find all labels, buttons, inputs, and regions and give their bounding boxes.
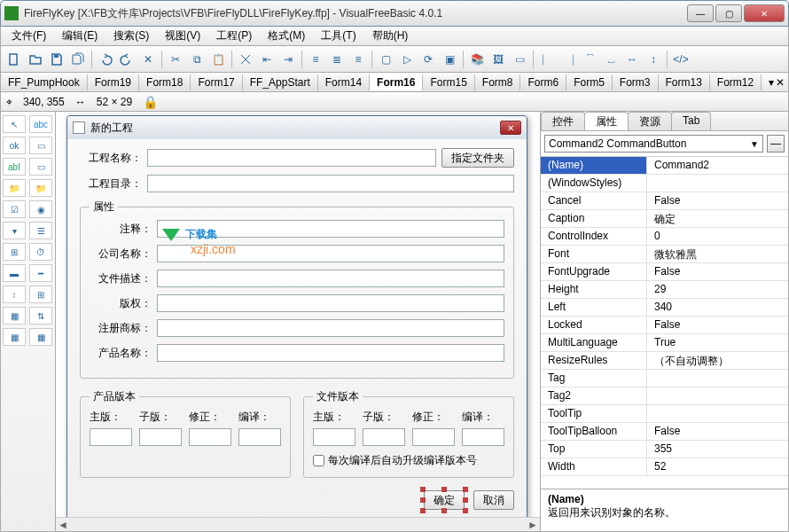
doc-tab[interactable]: FF_PumpHook — [1, 74, 88, 90]
window-icon[interactable]: ▭ — [510, 50, 529, 69]
property-value[interactable] — [647, 370, 788, 387]
doc-tab[interactable]: Form18 — [139, 74, 191, 90]
product-version-input[interactable] — [189, 428, 231, 446]
cancel-button[interactable]: 取消 — [473, 490, 514, 510]
menu-item[interactable]: 帮助(H) — [365, 27, 416, 45]
al2-icon[interactable]: ⎹ — [559, 50, 578, 69]
progress-tool-icon[interactable]: ▬ — [3, 264, 26, 282]
rect-tool-icon[interactable]: ▭ — [29, 158, 52, 176]
box-icon[interactable]: ▢ — [376, 50, 395, 69]
property-row[interactable]: Width52 — [541, 458, 788, 476]
auto-upgrade-checkbox[interactable] — [313, 455, 324, 466]
frame-tool-icon[interactable]: ▭ — [29, 137, 52, 154]
property-row[interactable]: (Name)Command2 — [541, 157, 788, 175]
browse-folder-button[interactable]: 指定文件夹 — [441, 148, 514, 168]
property-value[interactable]: Command2 — [647, 157, 788, 174]
doc-tab[interactable]: Form12 — [710, 74, 762, 90]
property-row[interactable]: LockedFalse — [541, 317, 788, 334]
file-version-input[interactable] — [462, 428, 504, 446]
input-filedesc[interactable] — [157, 270, 504, 287]
doc-tab[interactable]: FF_AppStart — [243, 74, 318, 90]
property-value[interactable]: 29 — [647, 281, 788, 298]
input-product[interactable] — [157, 344, 504, 362]
menu-item[interactable]: 文件(F) — [4, 27, 53, 45]
property-row[interactable]: CancelFalse — [541, 192, 788, 210]
textbox-tool-icon[interactable]: abI — [3, 158, 26, 176]
property-grid[interactable]: (Name)Command2(WindowStyles)CancelFalseC… — [541, 157, 788, 489]
file-version-input[interactable] — [412, 428, 455, 446]
dialog-titlebar[interactable]: 新的工程 ✕ — [67, 116, 527, 139]
property-row[interactable]: ControlIndex0 — [541, 228, 788, 246]
property-value[interactable] — [647, 175, 788, 192]
menu-item[interactable]: 工具(T) — [314, 27, 363, 45]
open-icon[interactable] — [26, 50, 45, 69]
timer-tool-icon[interactable]: ⏱ — [29, 243, 52, 261]
property-value[interactable]: False — [647, 263, 788, 280]
file-version-input[interactable] — [313, 428, 355, 446]
lock-icon[interactable]: 🔒 — [143, 95, 158, 109]
property-value[interactable] — [647, 405, 788, 422]
tabs-dropdown-icon[interactable]: ▾ — [769, 76, 774, 89]
al3-icon[interactable]: ⎴ — [580, 50, 599, 69]
combo-tool-icon[interactable]: ▾ — [3, 222, 26, 239]
doc-tab[interactable]: Form14 — [318, 74, 370, 90]
designer-dialog[interactable]: 新的工程 ✕ 工程名称： 指定文件夹 工程目录： 属性 注释： 公司名称： 文件… — [66, 115, 527, 523]
design-surface[interactable]: 新的工程 ✕ 工程名称： 指定文件夹 工程目录： 属性 注释： 公司名称： 文件… — [56, 112, 540, 531]
redo-icon[interactable] — [117, 50, 137, 69]
grid-tool-icon[interactable]: ▦ — [3, 307, 26, 325]
input-comment[interactable] — [157, 220, 504, 238]
step-icon[interactable]: ⟳ — [418, 50, 438, 69]
property-value[interactable]: 微软雅黑 — [647, 246, 788, 262]
book-icon[interactable]: 📚 — [467, 50, 487, 69]
doc-tab[interactable]: Form15 — [423, 74, 474, 90]
save-icon[interactable] — [47, 50, 66, 69]
property-row[interactable]: Height29 — [541, 281, 788, 299]
property-row[interactable]: Font微软雅黑 — [541, 246, 788, 263]
folder2-tool-icon[interactable]: 📁 — [29, 179, 52, 197]
button-tool-icon[interactable]: ok — [3, 137, 26, 154]
doc-tab[interactable]: Form17 — [191, 74, 242, 90]
file-version-input[interactable] — [363, 428, 405, 446]
input-company[interactable] — [157, 245, 504, 262]
pointer-tool-icon[interactable]: ↖ — [3, 115, 26, 133]
doc-tab[interactable]: Form8 — [475, 74, 521, 90]
save-all-icon[interactable] — [68, 50, 88, 69]
menu-item[interactable]: 视图(V) — [158, 27, 207, 45]
align-left-icon[interactable]: ≡ — [306, 50, 325, 69]
align-right-icon[interactable]: ≡ — [348, 50, 368, 69]
scroll-left-icon[interactable]: ◄ — [56, 519, 70, 531]
stop-icon[interactable]: ▣ — [440, 50, 459, 69]
property-value[interactable]: False — [647, 192, 788, 209]
property-value[interactable] — [647, 387, 788, 404]
tabs-close-icon[interactable]: ✕ — [776, 76, 785, 89]
al4-icon[interactable]: ⎵ — [601, 50, 621, 69]
property-row[interactable]: Left340 — [541, 299, 788, 317]
product-version-input[interactable] — [90, 428, 132, 446]
property-value[interactable]: 52 — [647, 458, 788, 475]
property-row[interactable]: ToolTipBalloonFalse — [541, 423, 788, 441]
property-row[interactable]: Tag2 — [541, 387, 788, 405]
scroll-tool-icon[interactable]: ⇅ — [29, 307, 52, 325]
doc-tab[interactable]: Form6 — [520, 74, 566, 90]
tab-tool-icon[interactable]: ⊞ — [3, 243, 26, 261]
property-row[interactable]: MultiLanguageTrue — [541, 334, 788, 352]
al1-icon[interactable]: ⎸ — [537, 50, 557, 69]
input-trademark[interactable] — [157, 319, 504, 337]
property-value[interactable]: True — [647, 334, 788, 351]
property-row[interactable]: ToolTip — [541, 405, 788, 423]
property-value[interactable]: （不自动调整） — [647, 352, 788, 369]
property-row[interactable]: FontUpgradeFalse — [541, 263, 788, 281]
menu-item[interactable]: 格式(M) — [261, 27, 312, 45]
panel-collapse-button[interactable]: — — [767, 135, 785, 153]
property-row[interactable]: (WindowStyles) — [541, 175, 788, 192]
scroll-right-icon[interactable]: ► — [526, 519, 540, 531]
product-version-input[interactable] — [238, 428, 281, 446]
tree-tool-icon[interactable]: ⊞ — [29, 286, 52, 303]
window-maximize-button[interactable]: ▢ — [715, 4, 742, 22]
new-icon[interactable] — [4, 50, 24, 69]
dialog-close-button[interactable]: ✕ — [500, 121, 521, 135]
paste-icon[interactable]: 📋 — [208, 50, 228, 69]
run-icon[interactable]: ▷ — [397, 50, 417, 69]
custom-tool-icon[interactable]: ▦ — [29, 328, 52, 346]
property-value[interactable]: 0 — [647, 228, 788, 245]
